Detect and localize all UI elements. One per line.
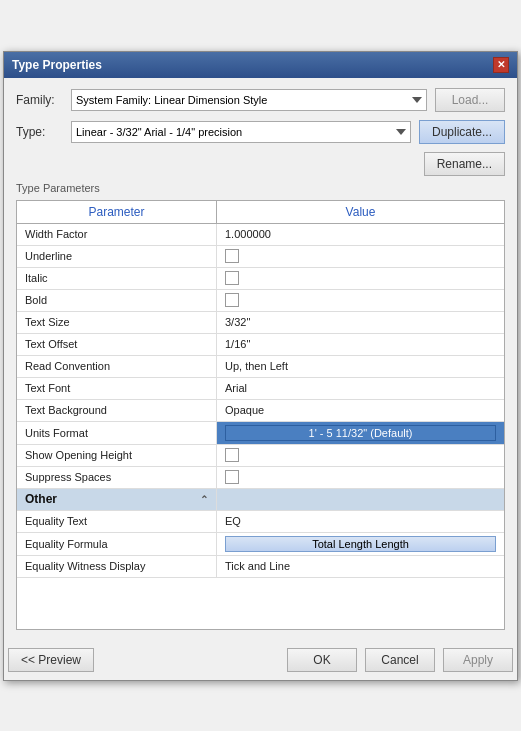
rename-row: Rename... <box>16 152 505 176</box>
param-cell: Italic <box>17 268 217 289</box>
value-cell: 3/32" <box>217 312 504 333</box>
type-select[interactable]: Linear - 3/32" Arial - 1/4" precision <box>71 121 411 143</box>
preview-button[interactable]: << Preview <box>8 648 94 672</box>
checkbox[interactable] <box>225 249 239 263</box>
title-bar: Type Properties ✕ <box>4 52 517 78</box>
param-cell: Text Background <box>17 400 217 421</box>
param-cell: Suppress Spaces <box>17 467 217 488</box>
value-cell[interactable] <box>217 445 504 466</box>
table-header: Parameter Value <box>17 201 504 224</box>
value-cell: Opaque <box>217 400 504 421</box>
table-row: Italic <box>17 268 504 290</box>
table-body[interactable]: Width Factor1.000000UnderlineItalicBoldT… <box>17 224 504 629</box>
load-button[interactable]: Load... <box>435 88 505 112</box>
col-parameter: Parameter <box>17 201 217 223</box>
col-value: Value <box>217 201 504 223</box>
param-cell: Text Font <box>17 378 217 399</box>
dialog-content: Family: System Family: Linear Dimension … <box>4 78 517 640</box>
value-cell[interactable] <box>217 290 504 311</box>
checkbox[interactable] <box>225 293 239 307</box>
param-cell: Read Convention <box>17 356 217 377</box>
table-row: Text FontArial <box>17 378 504 400</box>
type-row: Type: Linear - 3/32" Arial - 1/4" precis… <box>16 120 505 144</box>
value-cell: 1.000000 <box>217 224 504 245</box>
param-cell: Text Size <box>17 312 217 333</box>
close-button[interactable]: ✕ <box>493 57 509 73</box>
table-row: Text BackgroundOpaque <box>17 400 504 422</box>
table-row: Text Offset1/16" <box>17 334 504 356</box>
param-cell: Units Format <box>17 422 217 444</box>
ok-button[interactable]: OK <box>287 648 357 672</box>
section-collapse-icon[interactable]: ⌃ <box>200 494 208 505</box>
table-row: Equality Witness DisplayTick and Line <box>17 556 504 578</box>
parameters-table: Parameter Value Width Factor1.000000Unde… <box>16 200 505 630</box>
param-cell: Equality Text <box>17 511 217 532</box>
param-cell: Width Factor <box>17 224 217 245</box>
table-row: Width Factor1.000000 <box>17 224 504 246</box>
value-cell[interactable] <box>217 268 504 289</box>
value-cell[interactable]: 1' - 5 11/32" (Default) <box>217 422 504 444</box>
type-properties-dialog: Type Properties ✕ Family: System Family:… <box>3 51 518 681</box>
param-cell: Underline <box>17 246 217 267</box>
param-cell: Show Opening Height <box>17 445 217 466</box>
value-cell[interactable] <box>217 467 504 488</box>
param-cell: Equality Witness Display <box>17 556 217 577</box>
family-row: Family: System Family: Linear Dimension … <box>16 88 505 112</box>
cancel-button[interactable]: Cancel <box>365 648 435 672</box>
family-label: Family: <box>16 93 71 107</box>
rename-button[interactable]: Rename... <box>424 152 505 176</box>
value-cell: 1/16" <box>217 334 504 355</box>
value-button[interactable]: Total Length Length <box>225 536 496 552</box>
value-cell[interactable]: Total Length Length <box>217 533 504 555</box>
footer-buttons: << Preview OK Cancel Apply <box>4 640 517 680</box>
value-cell: Arial <box>217 378 504 399</box>
type-parameters-label: Type Parameters <box>16 182 505 194</box>
table-row: Underline <box>17 246 504 268</box>
param-cell: Bold <box>17 290 217 311</box>
param-cell: Equality Formula <box>17 533 217 555</box>
type-label: Type: <box>16 125 71 139</box>
table-row[interactable]: Units Format1' - 5 11/32" (Default) <box>17 422 504 445</box>
table-row: Text Size3/32" <box>17 312 504 334</box>
dialog-title: Type Properties <box>12 58 102 72</box>
value-cell: EQ <box>217 511 504 532</box>
value-cell <box>217 489 504 510</box>
table-row: Show Opening Height <box>17 445 504 467</box>
table-row: Read ConventionUp, then Left <box>17 356 504 378</box>
value-cell[interactable] <box>217 246 504 267</box>
table-row: Equality TextEQ <box>17 511 504 533</box>
checkbox[interactable] <box>225 448 239 462</box>
checkbox[interactable] <box>225 470 239 484</box>
value-cell: Up, then Left <box>217 356 504 377</box>
checkbox[interactable] <box>225 271 239 285</box>
param-cell: Other⌃ <box>17 489 217 510</box>
table-row[interactable]: Equality FormulaTotal Length Length <box>17 533 504 556</box>
family-select[interactable]: System Family: Linear Dimension Style <box>71 89 427 111</box>
title-bar-buttons: ✕ <box>493 57 509 73</box>
param-cell: Text Offset <box>17 334 217 355</box>
apply-button[interactable]: Apply <box>443 648 513 672</box>
table-row: Suppress Spaces <box>17 467 504 489</box>
table-row: Other⌃ <box>17 489 504 511</box>
value-button[interactable]: 1' - 5 11/32" (Default) <box>225 425 496 441</box>
duplicate-button[interactable]: Duplicate... <box>419 120 505 144</box>
value-cell: Tick and Line <box>217 556 504 577</box>
table-row: Bold <box>17 290 504 312</box>
